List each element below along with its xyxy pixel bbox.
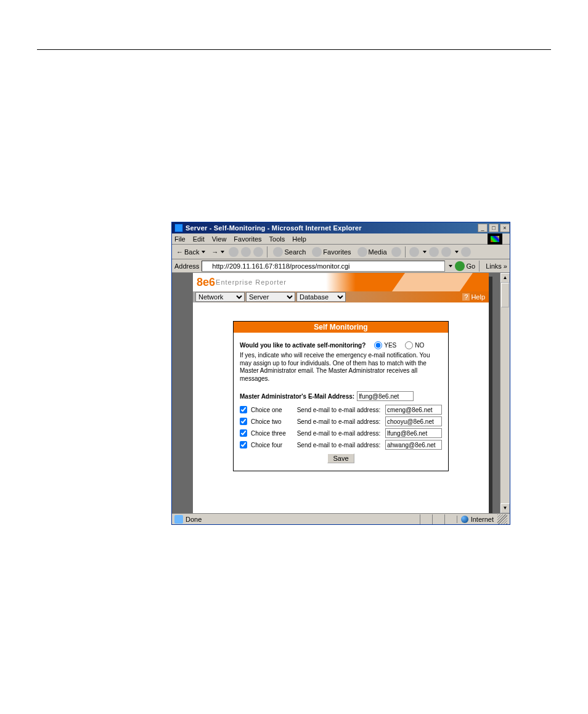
window-title: Server - Self-Monitoring - Microsoft Int… [186, 224, 476, 232]
search-button[interactable]: Search [271, 246, 308, 258]
links-button[interactable]: Links » [486, 262, 507, 270]
discuss-icon[interactable] [461, 247, 471, 257]
question-label: Would you like to activate self-monitori… [240, 342, 365, 349]
search-icon [273, 247, 283, 257]
media-button[interactable]: Media [356, 246, 389, 258]
address-input[interactable] [202, 261, 445, 272]
choice-3-checkbox[interactable] [240, 429, 247, 437]
menu-help[interactable]: Help [292, 235, 306, 243]
throbber-icon [488, 233, 502, 245]
choice-1-email-input[interactable] [385, 405, 442, 415]
star-icon [312, 247, 322, 257]
choice-3-label: Choice three [251, 430, 293, 437]
self-monitor-panel: Self Monitoring Would you like to activa… [233, 321, 449, 471]
menu-favorites[interactable]: Favorites [234, 235, 261, 243]
refresh-icon[interactable] [241, 247, 251, 257]
menu-edit[interactable]: Edit [193, 235, 205, 243]
toolbar: ← Back → Search Favorites Media [172, 245, 510, 259]
menu-view[interactable]: View [212, 235, 227, 243]
panel-title: Self Monitoring [234, 322, 448, 333]
edit-icon[interactable] [441, 247, 451, 257]
media-icon [357, 247, 367, 257]
page-content: 8e6 Enterprise Reporter Network Server D… [193, 273, 489, 513]
send-label-1: Send e-mail to e-mail address: [297, 407, 382, 413]
radio-yes[interactable]: YES [374, 341, 396, 349]
choice-2-checkbox[interactable] [240, 418, 247, 425]
home-icon[interactable] [253, 247, 263, 257]
help-link[interactable]: Help [462, 293, 485, 301]
close-button[interactable]: × [500, 224, 510, 232]
address-dropdown-icon[interactable] [449, 265, 452, 267]
choice-2-email-input[interactable] [385, 416, 442, 426]
scroll-up-icon[interactable]: ▲ [500, 273, 510, 283]
master-email-input[interactable] [357, 391, 414, 401]
resize-handle[interactable] [497, 514, 507, 524]
logo-8e6: 8e6 [197, 276, 215, 289]
status-bar: Done Internet [172, 513, 510, 524]
choice-4-label: Choice four [251, 442, 293, 448]
choice-4-checkbox[interactable] [240, 441, 247, 448]
nav-bar: Network Server Database Help [193, 291, 489, 302]
send-label-2: Send e-mail to e-mail address: [297, 418, 382, 425]
menubar: File Edit View Favorites Tools Help [172, 233, 510, 245]
viewport: 8e6 Enterprise Reporter Network Server D… [172, 273, 510, 513]
mail-icon[interactable] [409, 247, 419, 257]
choice-1-label: Choice one [251, 407, 293, 413]
page-icon [174, 515, 183, 524]
server-select[interactable]: Server [246, 292, 295, 302]
print-icon[interactable] [429, 247, 439, 257]
choice-4-email-input[interactable] [385, 440, 442, 450]
choice-1-checkbox[interactable] [240, 406, 247, 413]
maximize-button[interactable]: □ [489, 224, 499, 232]
scroll-down-icon[interactable]: ▼ [500, 503, 510, 513]
menu-file[interactable]: File [174, 235, 186, 243]
vertical-scrollbar[interactable]: ▲ ▼ [500, 273, 510, 513]
back-button[interactable]: ← Back [174, 248, 207, 256]
history-icon[interactable] [391, 247, 401, 257]
send-label-4: Send e-mail to e-mail address: [297, 442, 382, 448]
menu-tools[interactable]: Tools [269, 235, 285, 243]
product-banner: 8e6 Enterprise Reporter [193, 273, 489, 291]
choice-2-label: Choice two [251, 418, 293, 425]
go-icon [455, 261, 465, 271]
status-text: Done [186, 516, 202, 523]
choice-3-email-input[interactable] [385, 428, 442, 438]
database-select[interactable]: Database [296, 292, 346, 302]
address-label: Address [174, 262, 199, 270]
product-name: Enterprise Reporter [216, 278, 287, 286]
stop-icon[interactable] [229, 247, 239, 257]
favorites-button[interactable]: Favorites [310, 246, 353, 258]
forward-button[interactable]: → [210, 248, 226, 256]
security-zone: Internet [457, 516, 497, 523]
address-bar: Address Go Links » [172, 259, 510, 273]
master-email-label: Master Administrator's E-Mail Address: [240, 393, 354, 400]
go-button[interactable]: Go [455, 261, 475, 271]
network-select[interactable]: Network [195, 292, 245, 302]
send-label-3: Send e-mail to e-mail address: [297, 430, 382, 437]
save-button[interactable]: Save [327, 453, 354, 463]
description-text: If yes, indicate who will receive the em… [240, 352, 442, 383]
scroll-thumb[interactable] [501, 283, 509, 307]
minimize-button[interactable]: _ [478, 224, 488, 232]
globe-icon [461, 516, 468, 523]
browser-window: Server - Self-Monitoring - Microsoft Int… [171, 222, 510, 525]
ie-icon [174, 224, 183, 232]
radio-no[interactable]: NO [405, 341, 424, 349]
titlebar: Server - Self-Monitoring - Microsoft Int… [172, 222, 510, 233]
